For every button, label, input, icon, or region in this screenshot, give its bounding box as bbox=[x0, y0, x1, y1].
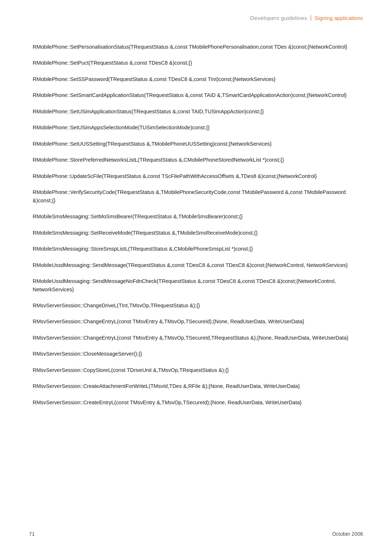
list-item: RMobileSmsMessaging::SetMoSmsBearer(TReq… bbox=[33, 212, 359, 220]
list-item: RMobilePhone::SetSSPassword(TRequestStat… bbox=[33, 75, 359, 83]
list-item: RMobileUssdMessaging::SendMessageNoFdnCh… bbox=[33, 277, 359, 293]
list-item: RMobilePhone::SetUUSSetting(TRequestStat… bbox=[33, 140, 359, 148]
list-item: RMobilePhone::UpdateScFile(TRequestStatu… bbox=[33, 172, 359, 180]
list-item: RMsvServerSession::CreateAttachmentForWr… bbox=[33, 382, 359, 390]
list-item: RMsvServerSession::ChangeEntryL(const TM… bbox=[33, 317, 359, 325]
page-header: Developers guidelines | Signing applicat… bbox=[29, 15, 363, 25]
breadcrumb-label: Developers guidelines bbox=[250, 15, 307, 21]
header-separator: | bbox=[310, 15, 311, 21]
list-item: RMobilePhone::StorePreferredNetworksList… bbox=[33, 156, 359, 164]
list-item: RMsvServerSession::CloseMessageServer();… bbox=[33, 350, 359, 358]
list-item: RMsvServerSession::ChangeDriveL(TInt,TMs… bbox=[33, 301, 359, 309]
list-item: RMobilePhone::SetPersonalisationStatus(T… bbox=[33, 43, 359, 51]
list-item: RMobileSmsMessaging::SetReceiveMode(TReq… bbox=[33, 229, 359, 237]
list-item: RMobilePhone::SetPuct(TRequestStatus &,c… bbox=[33, 59, 359, 67]
list-item: RMsvServerSession::CopyStoreL(const TDri… bbox=[33, 366, 359, 374]
page: Developers guidelines | Signing applicat… bbox=[0, 0, 392, 555]
list-item: RMobilePhone::VerifySecurityCode(TReques… bbox=[33, 188, 359, 204]
page-number: 71 bbox=[29, 531, 35, 537]
list-item: RMsvServerSession::ChangeEntryL(const TM… bbox=[33, 334, 359, 342]
page-title: Signing applications bbox=[315, 15, 363, 21]
main-content: RMobilePhone::SetPersonalisationStatus(T… bbox=[29, 43, 363, 406]
list-item: RMobileUssdMessaging::SendMessage(TReque… bbox=[33, 261, 359, 269]
list-item: RMobileSmsMessaging::StoreSmspListL(TReq… bbox=[33, 245, 359, 253]
page-footer: 71 October 2006 bbox=[0, 531, 392, 537]
list-item: RMobilePhone::SetUSimAppsSelectionMode(T… bbox=[33, 123, 359, 131]
footer-date: October 2006 bbox=[332, 531, 363, 537]
list-item: RMobilePhone::SetUSimApplicationStatus(T… bbox=[33, 108, 359, 116]
list-item: RMobilePhone::SetSmartCardApplicationSta… bbox=[33, 91, 359, 99]
list-item: RMsvServerSession::CreateEntryL(const TM… bbox=[33, 398, 359, 406]
